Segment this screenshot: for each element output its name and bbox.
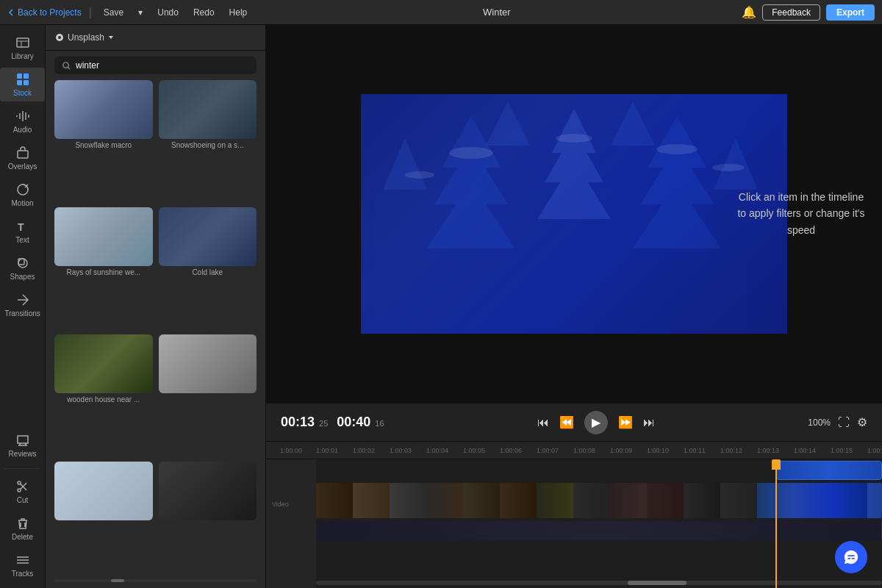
feedback-button[interactable]: Feedback bbox=[762, 4, 820, 21]
sidebar-item-motion[interactable]: Motion bbox=[0, 178, 45, 212]
skip-end-button[interactable]: ⏭ bbox=[643, 416, 655, 429]
svg-rect-2 bbox=[24, 74, 29, 79]
settings-button[interactable]: ⚙ bbox=[857, 415, 867, 429]
playback-right: 100% ⛶ ⚙ bbox=[808, 415, 867, 429]
zoom-level: 100% bbox=[808, 417, 831, 428]
track-row-main bbox=[316, 481, 882, 520]
svg-point-8 bbox=[18, 259, 27, 268]
svg-rect-4 bbox=[24, 80, 29, 85]
undo-button[interactable]: Undo bbox=[153, 6, 183, 19]
particles-clip[interactable] bbox=[316, 521, 882, 540]
timeline-content: Video bbox=[266, 459, 882, 588]
sidebar-item-tracks[interactable]: Tracks bbox=[0, 548, 45, 582]
svg-point-28 bbox=[449, 147, 493, 159]
media-card-4[interactable]: Cold lake bbox=[159, 207, 257, 329]
svg-rect-9 bbox=[18, 259, 24, 265]
playhead bbox=[775, 459, 777, 588]
svg-rect-27 bbox=[361, 94, 787, 334]
left-sidebar: Library Stock Audio Overlays Motion T Te… bbox=[0, 25, 46, 588]
track-area bbox=[316, 459, 882, 588]
timeline-scrollbar[interactable] bbox=[316, 581, 882, 585]
media-thumb-8 bbox=[159, 462, 257, 520]
sidebar-item-cut[interactable]: Cut bbox=[0, 475, 45, 509]
svg-rect-0 bbox=[17, 38, 29, 47]
timeline-ruler: 1:00:00 1:00:01 1:00:02 1:00:03 1:00:04 … bbox=[266, 442, 882, 459]
media-thumb-3 bbox=[54, 207, 153, 266]
play-button[interactable]: ▶ bbox=[584, 411, 608, 434]
svg-point-30 bbox=[656, 144, 698, 154]
search-bar bbox=[54, 57, 257, 74]
media-thumb-6 bbox=[159, 334, 257, 393]
media-card-1[interactable]: Snowflake macro bbox=[54, 80, 153, 201]
timeline: 1:00:00 1:00:01 1:00:02 1:00:03 1:00:04 … bbox=[266, 441, 882, 588]
media-thumb-1 bbox=[54, 80, 153, 139]
sidebar-item-stock[interactable]: Stock bbox=[0, 68, 45, 101]
svg-point-31 bbox=[405, 171, 434, 179]
svg-rect-3 bbox=[17, 80, 22, 85]
sidebar-item-shapes[interactable]: Shapes bbox=[0, 251, 45, 285]
media-card-6[interactable] bbox=[159, 334, 257, 456]
sidebar-item-audio[interactable]: Audio bbox=[0, 104, 45, 138]
sidebar-item-delete[interactable]: Delete bbox=[0, 512, 45, 545]
rewind-button[interactable]: ⏪ bbox=[559, 415, 574, 429]
media-card-2[interactable]: Snowshoeing on a s... bbox=[159, 80, 257, 201]
video-preview bbox=[361, 94, 787, 334]
svg-point-32 bbox=[712, 164, 745, 171]
save-dropdown[interactable]: ▾ bbox=[134, 6, 147, 19]
playhead-handle[interactable] bbox=[772, 459, 781, 470]
save-button[interactable]: Save bbox=[99, 6, 128, 19]
fullscreen-button[interactable]: ⛶ bbox=[838, 416, 850, 429]
time-display: 00:13 25 00:40 16 bbox=[281, 415, 384, 430]
svg-point-12 bbox=[63, 62, 68, 67]
svg-point-29 bbox=[556, 134, 592, 143]
skip-start-button[interactable]: ⏮ bbox=[537, 416, 549, 429]
svg-point-10 bbox=[18, 489, 21, 492]
player-controls: ⏮ ⏪ ▶ ⏩ ⏭ bbox=[537, 411, 655, 434]
search-input[interactable] bbox=[76, 60, 249, 71]
project-title: Winter bbox=[257, 7, 736, 18]
fast-forward-button[interactable]: ⏩ bbox=[618, 415, 633, 429]
media-panel: Unsplash Snowflake macro Snowshoeing on … bbox=[46, 25, 266, 588]
topbar: Back to Projects | Save ▾ Undo Redo Help… bbox=[0, 0, 882, 25]
video-content bbox=[361, 94, 787, 334]
help-button[interactable]: Help bbox=[225, 6, 252, 19]
sidebar-item-overlays[interactable]: Overlays bbox=[0, 141, 45, 175]
sidebar-item-library[interactable]: Library bbox=[0, 31, 45, 65]
back-button[interactable]: Back to Projects bbox=[7, 7, 82, 18]
media-thumb-5 bbox=[54, 334, 153, 393]
media-card-3[interactable]: Rays of sunshine we... bbox=[54, 207, 153, 329]
svg-rect-1 bbox=[17, 74, 22, 79]
sidebar-item-reviews[interactable]: Reviews bbox=[0, 429, 45, 462]
media-thumb-2 bbox=[159, 80, 257, 139]
panel-scrollbar[interactable] bbox=[46, 575, 265, 588]
main-video-clip[interactable] bbox=[316, 483, 882, 518]
track-labels: Video bbox=[266, 459, 316, 588]
panel-header: Unsplash bbox=[46, 25, 265, 51]
media-grid: Snowflake macro Snowshoeing on a s... Ra… bbox=[46, 80, 265, 575]
center-panel: Click an item in the timeline to apply f… bbox=[266, 25, 882, 588]
main-area: Library Stock Audio Overlays Motion T Te… bbox=[0, 25, 882, 588]
redo-button[interactable]: Redo bbox=[189, 6, 219, 19]
notification-button[interactable]: 🔔 bbox=[742, 5, 756, 19]
sidebar-item-transitions[interactable]: Transitions bbox=[0, 288, 45, 322]
svg-text:T: T bbox=[18, 221, 24, 233]
video-clip-blue[interactable] bbox=[775, 461, 882, 480]
track-row-top bbox=[316, 459, 882, 481]
playback-controls: 00:13 25 00:40 16 ⏮ ⏪ ▶ ⏩ ⏭ 100% ⛶ ⚙ bbox=[266, 403, 882, 441]
sidebar-item-text[interactable]: T Text bbox=[0, 215, 45, 248]
svg-point-11 bbox=[18, 481, 21, 484]
media-thumb-4 bbox=[159, 207, 257, 266]
search-icon bbox=[62, 61, 71, 71]
media-card-7[interactable] bbox=[54, 462, 153, 575]
chat-button[interactable] bbox=[835, 541, 867, 573]
chat-icon bbox=[843, 549, 859, 565]
topbar-actions: 🔔 Feedback Export bbox=[742, 4, 875, 21]
hint-text: Click an item in the timeline to apply f… bbox=[735, 189, 867, 238]
preview-area: Click an item in the timeline to apply f… bbox=[266, 25, 882, 403]
export-button[interactable]: Export bbox=[826, 4, 875, 21]
media-card-5[interactable]: wooden house near ... bbox=[54, 334, 153, 456]
source-selector[interactable]: Unsplash bbox=[54, 32, 115, 43]
media-card-8[interactable] bbox=[159, 462, 257, 575]
timeline-scroll-thumb[interactable] bbox=[628, 581, 686, 585]
svg-rect-5 bbox=[18, 151, 28, 158]
